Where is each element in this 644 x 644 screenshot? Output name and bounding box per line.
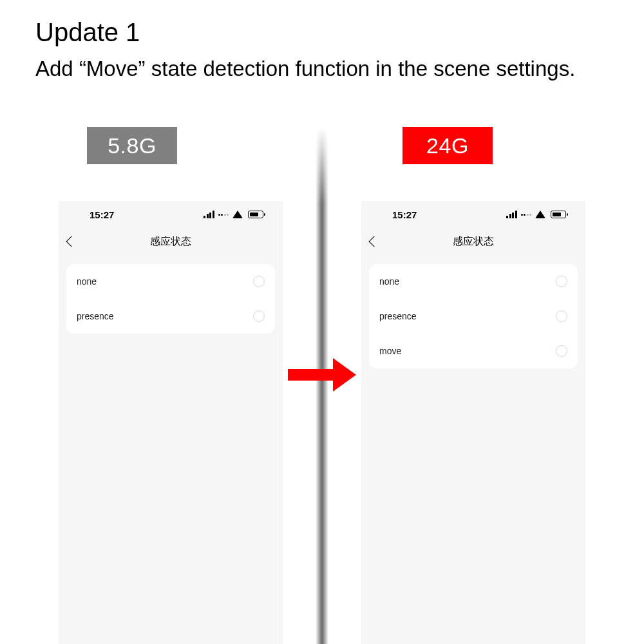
phone-screenshot-right: 15:27 感应状态 none presence move — [361, 201, 585, 644]
option-label: move — [379, 346, 401, 356]
radio-icon[interactable] — [556, 276, 567, 287]
option-presence[interactable]: presence — [66, 299, 275, 334]
option-presence[interactable]: presence — [369, 299, 578, 334]
nav-bar: 感应状态 — [59, 228, 283, 255]
status-time: 15:27 — [90, 209, 114, 220]
back-icon[interactable] — [66, 236, 77, 247]
status-bar: 15:27 — [59, 201, 283, 228]
option-label: presence — [77, 311, 114, 321]
status-bar: 15:27 — [361, 201, 585, 228]
arrow-right-icon — [288, 361, 359, 389]
radio-icon[interactable] — [556, 345, 567, 357]
badge-24g: 24G — [402, 127, 493, 164]
badge-5-8g: 5.8G — [87, 127, 177, 164]
cellular-icon — [204, 211, 214, 218]
option-label: none — [77, 276, 97, 287]
update-title: Update 1 — [35, 18, 140, 47]
wifi-icon — [535, 211, 545, 218]
update-subtitle: Add “Move” state detection function in t… — [35, 57, 575, 81]
wifi-icon — [232, 211, 243, 218]
options-card: none presence — [66, 264, 275, 334]
option-label: presence — [379, 311, 417, 321]
status-icons — [204, 211, 263, 218]
radio-icon[interactable] — [253, 310, 265, 322]
nav-title: 感应状态 — [453, 235, 494, 249]
back-icon[interactable] — [369, 236, 380, 247]
radio-icon[interactable] — [253, 276, 265, 287]
nav-bar: 感应状态 — [361, 228, 585, 255]
status-time: 15:27 — [392, 209, 417, 220]
signal-dots-icon — [218, 214, 229, 216]
option-none[interactable]: none — [369, 264, 578, 299]
cellular-icon — [506, 211, 517, 218]
radio-icon[interactable] — [556, 310, 567, 322]
option-label: none — [379, 276, 399, 287]
phone-screenshot-left: 15:27 感应状态 none presence — [59, 201, 283, 644]
option-none[interactable]: none — [66, 264, 275, 299]
battery-icon — [248, 211, 263, 218]
signal-dots-icon — [521, 214, 532, 216]
status-icons — [506, 211, 566, 218]
option-move[interactable]: move — [369, 334, 578, 368]
battery-icon — [551, 211, 566, 218]
nav-title: 感应状态 — [150, 235, 191, 249]
options-card: none presence move — [369, 264, 578, 368]
